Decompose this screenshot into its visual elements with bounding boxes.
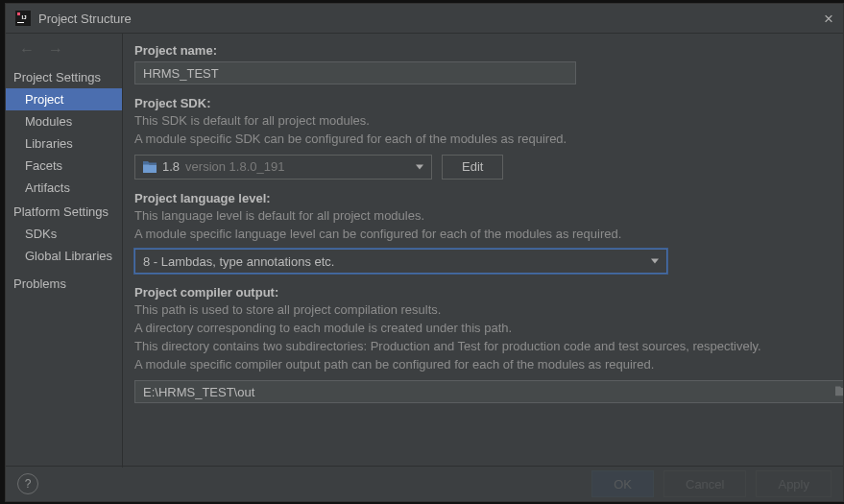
sidebar-item-global-libraries[interactable]: Global Libraries: [6, 245, 122, 267]
sidebar-group-project-settings: Project Settings: [6, 64, 122, 88]
dialog-footer: ? OK Cancel Apply: [6, 466, 843, 501]
out-desc-4: A module specific compiler output path c…: [134, 356, 826, 374]
sidebar-item-modules[interactable]: Modules: [6, 110, 122, 132]
sidebar-item-facets[interactable]: Facets: [6, 155, 122, 177]
project-sdk-dropdown[interactable]: 1.8 version 1.8.0_191: [134, 155, 432, 180]
cancel-button[interactable]: Cancel: [663, 470, 746, 497]
sidebar-group-platform-settings: Platform Settings: [6, 199, 122, 223]
sdk-desc-1: This SDK is default for all project modu…: [134, 112, 826, 131]
sidebar-item-problems[interactable]: Problems: [6, 273, 122, 295]
nav-history: ← →: [6, 37, 122, 64]
project-sdk-label: Project SDK:: [134, 96, 826, 110]
language-level-value: 8 - Lambdas, type annotations etc.: [143, 254, 334, 269]
language-level-dropdown[interactable]: 8 - Lambdas, type annotations etc.: [134, 249, 667, 274]
titlebar: IJ Project Structure ×: [6, 4, 843, 34]
forward-icon[interactable]: →: [48, 41, 63, 59]
chevron-down-icon: [416, 164, 423, 169]
sdk-desc-2: A module specific SDK can be configured …: [134, 131, 826, 149]
lang-desc-1: This language level is default for all p…: [134, 207, 826, 226]
content-pane: Project name: HRMS_TEST Project SDK: Thi…: [123, 34, 843, 468]
apply-button[interactable]: Apply: [756, 470, 832, 497]
project-name-input[interactable]: HRMS_TEST: [134, 61, 576, 84]
close-icon[interactable]: ×: [824, 11, 833, 27]
project-name-label: Project name:: [134, 43, 826, 58]
sidebar-item-sdks[interactable]: SDKs: [6, 223, 122, 245]
svg-text:IJ: IJ: [22, 14, 27, 20]
ok-button[interactable]: OK: [591, 470, 654, 497]
out-desc-3: This directory contains two subdirectori…: [134, 338, 826, 356]
sdk-value: 1.8: [162, 159, 180, 174]
sidebar: ← → Project Settings Project Modules Lib…: [6, 34, 123, 468]
lang-desc-2: A module specific language level can be …: [134, 226, 826, 244]
app-icon: IJ: [15, 11, 31, 26]
back-icon[interactable]: ←: [19, 41, 35, 59]
out-desc-2: A directory corresponding to each module…: [134, 320, 826, 338]
chevron-down-icon: [651, 259, 659, 264]
window-title: Project Structure: [38, 12, 132, 26]
compiler-output-label: Project compiler output:: [134, 285, 826, 300]
sidebar-item-libraries[interactable]: Libraries: [6, 132, 122, 155]
compiler-output-input[interactable]: E:\HRMS_TEST\out: [134, 380, 843, 403]
sidebar-item-project[interactable]: Project: [6, 88, 122, 110]
browse-icon[interactable]: [835, 384, 843, 398]
sdk-version: version 1.8.0_191: [185, 159, 284, 174]
svg-rect-2: [17, 22, 24, 23]
folder-icon: [143, 161, 157, 173]
out-desc-1: This path is used to store all project c…: [134, 301, 826, 320]
project-structure-dialog: IJ Project Structure × ← → Project Setti…: [5, 3, 844, 502]
edit-button[interactable]: Edit: [442, 155, 503, 180]
help-button[interactable]: ?: [17, 473, 38, 494]
language-level-label: Project language level:: [134, 191, 826, 205]
svg-rect-1: [17, 12, 20, 15]
sidebar-item-artifacts[interactable]: Artifacts: [6, 177, 122, 199]
dialog-body: ← → Project Settings Project Modules Lib…: [6, 34, 843, 468]
